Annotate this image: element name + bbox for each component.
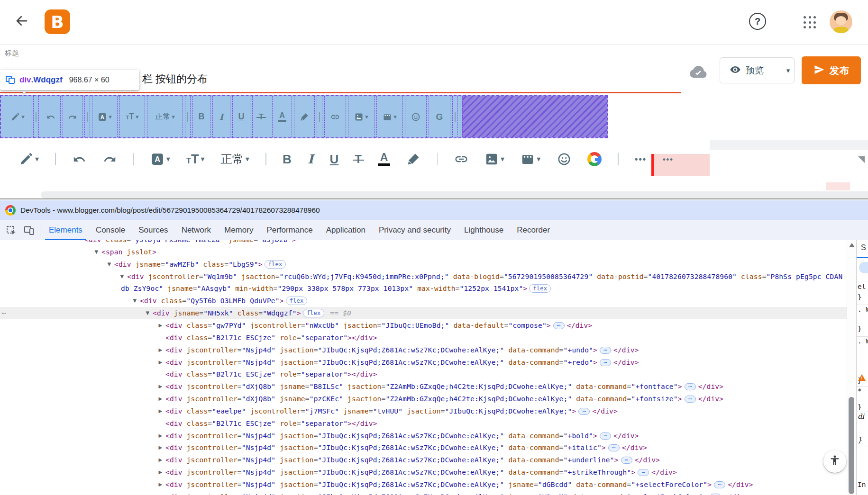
collapsed-content-ellipsis[interactable]: ⋯ bbox=[578, 408, 590, 415]
undo-button[interactable] bbox=[41, 96, 61, 137]
dom-tree-line[interactable]: <div jscontroller="Nsjp4d" jsaction="JIb… bbox=[165, 356, 639, 369]
text-color-button[interactable]: A bbox=[378, 152, 390, 166]
dom-tree-line[interactable]: db ZsY9oc" jsname="AAsgyb" min-width="29… bbox=[121, 282, 553, 295]
dom-tree-line[interactable]: <div jsname="NH5xk" class="Wdqgzf">flex=… bbox=[153, 307, 351, 319]
tab-recorder[interactable]: Recorder bbox=[510, 220, 557, 241]
collapsed-content-ellipsis[interactable]: ⋯ bbox=[600, 347, 611, 354]
paragraph-style-button[interactable]: 正常▾ bbox=[147, 96, 183, 137]
dom-tree-line[interactable]: <div class="B2l71c ESCjze" role="separat… bbox=[165, 332, 377, 344]
tree-expand-arrow[interactable]: ▶ bbox=[157, 466, 164, 478]
accessibility-button[interactable] bbox=[823, 450, 846, 473]
pencil-button[interactable]: ▾ bbox=[4, 96, 31, 137]
tab-network[interactable]: Network bbox=[175, 220, 218, 241]
video-button[interactable]: ▾ bbox=[376, 96, 403, 137]
italic-button[interactable]: I bbox=[308, 152, 313, 166]
collapsed-content-ellipsis[interactable]: ⋯ bbox=[621, 457, 632, 464]
google-apps-grid-button[interactable] bbox=[802, 15, 817, 30]
highlighter-button[interactable] bbox=[294, 96, 315, 137]
redo-button[interactable] bbox=[63, 96, 82, 137]
strikethrough-button[interactable]: T bbox=[252, 96, 270, 137]
dom-tree-line[interactable]: <span jsslot> bbox=[101, 246, 156, 258]
publish-button[interactable]: 发布 bbox=[802, 56, 861, 84]
font-box-button[interactable]: A▾ bbox=[92, 96, 118, 137]
dom-tree-line[interactable]: <div jscontroller="Nsjp4d" jsaction="JIb… bbox=[165, 478, 753, 491]
device-toolbar-icon[interactable] bbox=[22, 223, 36, 237]
title-input[interactable]: 栏 按钮的分布 bbox=[142, 72, 208, 86]
paragraph-style-button[interactable]: 正常▾ bbox=[221, 152, 249, 167]
google-g-button[interactable] bbox=[587, 152, 602, 166]
tab-lighthouse[interactable]: Lighthouse bbox=[457, 220, 510, 241]
dom-tree-line[interactable]: <div jscontroller="dXjQ8b" jsname="B8ILS… bbox=[165, 380, 723, 393]
collapsed-content-ellipsis[interactable]: ⋯ bbox=[553, 322, 565, 329]
tree-collapse-arrow[interactable]: ▼ bbox=[106, 258, 113, 270]
text-size-button[interactable]: TT▾ bbox=[119, 96, 145, 137]
styles-filter-pill[interactable] bbox=[859, 262, 868, 273]
help-button[interactable]: ? bbox=[749, 13, 766, 30]
dom-tree-line[interactable]: <div class="Qy5T6b O3LMFb QduVPe">flex bbox=[140, 295, 309, 307]
more-options-icon-overlay[interactable]: ••• bbox=[663, 155, 674, 164]
image-button[interactable]: ▾ bbox=[484, 152, 504, 166]
dom-tree-line[interactable]: <div class="yJlDjd FxSkmc TmzcZd" jsname… bbox=[84, 240, 296, 246]
collapsed-content-ellipsis[interactable]: ⋯ bbox=[600, 359, 611, 366]
dom-tree-line[interactable]: <div jscontroller="Wq1m9b" jsaction="rcu… bbox=[127, 270, 842, 283]
tree-expand-arrow[interactable]: ▶ bbox=[157, 441, 164, 454]
preview-button[interactable]: 预览 ▾ bbox=[720, 57, 795, 83]
underline-button[interactable]: U bbox=[330, 152, 339, 167]
dom-tree-line[interactable]: <div jscontroller="Nsjp4d" jsaction="JIb… bbox=[165, 344, 639, 356]
video-button[interactable]: ▾ bbox=[521, 152, 540, 166]
elements-scrollbar[interactable] bbox=[847, 240, 856, 495]
tree-expand-arrow[interactable]: ▶ bbox=[157, 405, 164, 417]
tab-memory[interactable]: Memory bbox=[218, 220, 260, 241]
preview-dropdown-caret[interactable]: ▾ bbox=[782, 66, 794, 75]
dom-tree-line[interactable]: <div jscontroller="Nsjp4d" jsaction="JIb… bbox=[165, 454, 660, 466]
tab-elements[interactable]: Elements bbox=[42, 220, 89, 241]
back-button[interactable] bbox=[10, 10, 33, 33]
elements-panel[interactable]: <div class="yJlDjd FxSkmc TmzcZd" jsname… bbox=[0, 240, 847, 495]
undo-button[interactable] bbox=[72, 152, 86, 166]
dom-tree-line[interactable]: <div class="eaelpe" jscontroller="j7MSFc… bbox=[165, 405, 618, 417]
dom-tree-line[interactable]: <div jscontroller="Nsjp4d" jsaction="JIb… bbox=[165, 466, 677, 478]
tab-privacy-and-security[interactable]: Privacy and security bbox=[372, 220, 457, 241]
italic-button[interactable]: I bbox=[212, 96, 230, 137]
collapsed-content-ellipsis[interactable]: ⋯ bbox=[608, 444, 620, 451]
text-color-button[interactable]: A bbox=[272, 96, 292, 137]
flex-badge[interactable]: flex bbox=[286, 297, 308, 305]
tree-expand-arrow[interactable]: ▶ bbox=[157, 491, 164, 495]
link-button[interactable] bbox=[324, 96, 346, 137]
dom-tree-line[interactable]: <div class="B2l71c ESCjze" role="separat… bbox=[165, 368, 377, 380]
underline-button[interactable]: U bbox=[232, 96, 250, 137]
tree-expand-arrow[interactable]: ▶ bbox=[157, 356, 164, 369]
scrollbar-thumb[interactable] bbox=[849, 397, 854, 494]
dom-tree-line[interactable]: <div jscontroller="Nsjp4d" jsaction="JIb… bbox=[165, 441, 647, 454]
tree-expand-arrow[interactable]: ▶ bbox=[157, 430, 164, 442]
tab-performance[interactable]: Performance bbox=[260, 220, 319, 241]
styles-tab-label[interactable]: S bbox=[861, 243, 866, 252]
tree-collapse-arrow[interactable]: ▼ bbox=[131, 295, 138, 307]
collapsed-content-ellipsis[interactable]: ⋯ bbox=[638, 469, 649, 476]
dom-tree-line[interactable]: <div jscontroller="Nsjp4d" jsaction="JIb… bbox=[165, 430, 639, 442]
blogger-logo[interactable]: B bbox=[45, 9, 70, 34]
tree-collapse-arrow[interactable]: ▼ bbox=[144, 307, 151, 319]
tree-expand-arrow[interactable]: ▶ bbox=[157, 380, 164, 393]
scrollbar-up-arrow-icon[interactable] bbox=[849, 243, 855, 247]
tab-sources[interactable]: Sources bbox=[132, 220, 174, 241]
tab-application[interactable]: Application bbox=[320, 220, 372, 241]
bold-button[interactable]: B bbox=[283, 152, 292, 167]
preview-button-main[interactable]: 预览 bbox=[720, 64, 776, 77]
dom-tree-line[interactable]: <div class="gw7PYd" jscontroller="nWxcUb… bbox=[165, 319, 592, 332]
image-button[interactable]: ▾ bbox=[348, 96, 375, 137]
devtools-titlebar[interactable]: DevTools - www.blogger.com/blog/post/edi… bbox=[0, 200, 868, 220]
emoji-button[interactable] bbox=[405, 96, 427, 137]
bold-button[interactable]: B bbox=[192, 96, 210, 137]
highlighter-button[interactable] bbox=[406, 152, 420, 166]
tree-expand-arrow[interactable]: ▶ bbox=[157, 393, 164, 405]
dom-tree-line[interactable]: <div jscontroller="Nsjp4d" jsaction="JIb… bbox=[165, 491, 749, 495]
text-size-button[interactable]: TT▾ bbox=[186, 152, 204, 167]
resize-corner-icon[interactable] bbox=[858, 156, 865, 163]
collapsed-content-ellipsis[interactable]: ⋯ bbox=[685, 383, 696, 390]
collapsed-content-ellipsis[interactable]: ⋯ bbox=[714, 481, 725, 488]
flex-badge[interactable]: flex bbox=[529, 284, 551, 293]
tree-expand-arrow[interactable]: ▶ bbox=[157, 454, 164, 466]
dom-tree-line[interactable]: <div jsname="awMZFb" class="LbgS9">flex bbox=[114, 258, 288, 270]
inspect-element-icon[interactable] bbox=[4, 223, 18, 237]
